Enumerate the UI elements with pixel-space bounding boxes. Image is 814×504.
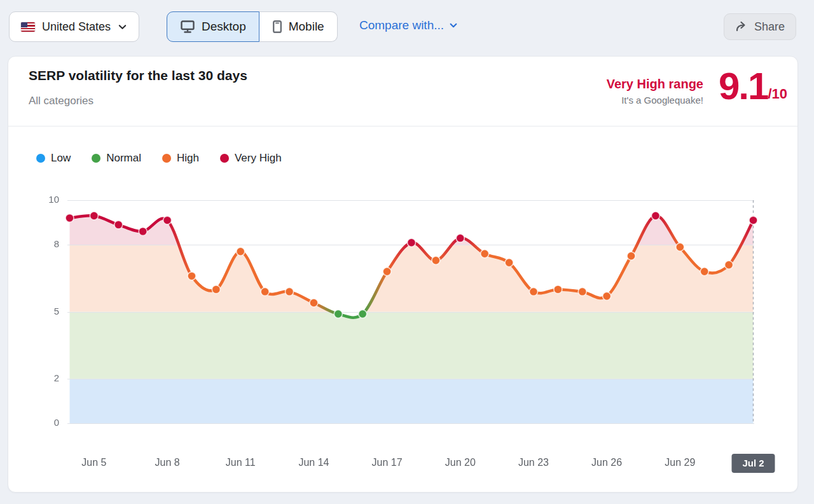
desktop-toggle-label: Desktop [202, 20, 246, 34]
share-button[interactable]: Share [724, 13, 796, 40]
compare-with-dropdown[interactable]: Compare with... [359, 18, 458, 32]
share-arrow-icon [735, 21, 748, 32]
us-flag-icon [21, 22, 35, 32]
compare-with-label: Compare with... [359, 18, 444, 32]
country-selector[interactable]: United States [9, 11, 139, 42]
device-toggle: Desktop Mobile [167, 11, 338, 42]
share-button-label: Share [754, 20, 785, 34]
top-toolbar: United States Desktop Mobile Compare wit… [0, 0, 814, 56]
chevron-down-icon [449, 21, 458, 30]
chevron-down-icon [118, 22, 127, 32]
volatility-chart[interactable] [8, 57, 799, 493]
mobile-toggle-button[interactable]: Mobile [259, 11, 338, 42]
country-selector-label: United States [42, 20, 111, 34]
mobile-icon [272, 20, 282, 34]
serp-volatility-card: SERP volatility for the last 30 days All… [8, 56, 798, 493]
mobile-toggle-label: Mobile [289, 20, 324, 34]
desktop-toggle-button[interactable]: Desktop [167, 11, 259, 42]
desktop-icon [180, 20, 195, 34]
